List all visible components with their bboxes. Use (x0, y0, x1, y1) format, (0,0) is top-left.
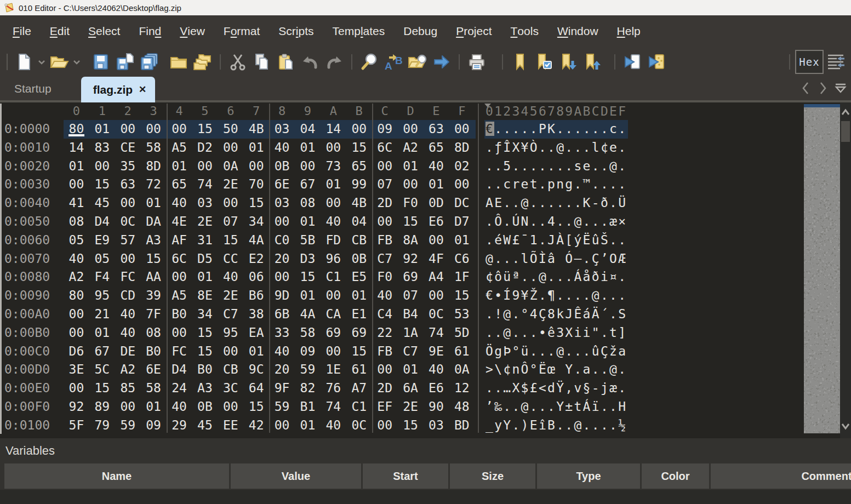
hex-byte[interactable]: 48 (449, 398, 475, 416)
hex-byte[interactable]: CD (115, 287, 141, 305)
hex-byte[interactable]: 58 (141, 139, 167, 157)
hex-byte[interactable]: F0 (398, 194, 424, 213)
scroll-tabs-left-button[interactable] (798, 80, 813, 96)
menu-select[interactable]: Select (79, 15, 129, 47)
hex-byte[interactable]: 5D (449, 324, 475, 342)
variables-table-body[interactable] (0, 490, 851, 504)
ascii-text[interactable]: .!@.°4Ç8kJÊáÄ´.S (484, 305, 628, 324)
hex-byte[interactable]: 40 (423, 157, 449, 176)
hex-byte[interactable]: 4A (295, 305, 321, 324)
hex-byte[interactable]: 00 (89, 157, 115, 176)
ascii-text[interactable]: ¢ôüª..@...Áåði¤. (484, 268, 628, 287)
ascii-text[interactable]: _yY.)EîB..@....½ (484, 416, 628, 435)
ascii-text[interactable]: ..5.......se..@. (484, 157, 628, 176)
hex-byte[interactable]: 00 (167, 268, 192, 287)
hex-byte[interactable]: B6 (243, 287, 269, 305)
hex-byte[interactable]: 15 (243, 194, 269, 213)
hex-byte[interactable]: 01 (141, 398, 167, 416)
hex-byte[interactable]: 00 (321, 342, 346, 361)
hex-byte[interactable]: CB (346, 231, 372, 250)
hex-byte[interactable]: E6 (423, 379, 449, 398)
hex-byte[interactable]: 45 (192, 416, 218, 435)
hex-byte[interactable]: 74 (192, 175, 218, 194)
hex-byte[interactable]: D2 (192, 139, 218, 157)
hex-byte[interactable]: 0B (269, 157, 295, 176)
hex-byte[interactable]: 03 (269, 194, 295, 213)
hex-byte[interactable]: 15 (398, 416, 424, 435)
hex-byte[interactable]: C6 (449, 250, 475, 268)
hex-byte[interactable]: 15 (295, 268, 321, 287)
minimap[interactable] (804, 104, 840, 433)
hex-byte[interactable]: A3 (192, 379, 218, 398)
hex-byte[interactable]: 2E (398, 398, 424, 416)
new-file-dropdown[interactable] (36, 49, 47, 75)
hex-byte[interactable]: 40 (218, 268, 243, 287)
hex-byte[interactable]: 01 (321, 175, 346, 194)
hex-byte[interactable]: C1 (346, 398, 372, 416)
ascii-text[interactable]: >\¢nÔ°Ëœ Y.a..@. (484, 360, 628, 379)
hex-byte[interactable]: 73 (321, 157, 346, 176)
tab-close-icon[interactable]: ✕ (139, 85, 146, 94)
variables-column-size[interactable]: Size (450, 463, 535, 489)
hex-byte[interactable]: B4 (398, 305, 424, 324)
hex-byte[interactable]: 80 (64, 120, 89, 139)
hex-byte[interactable]: 00 (295, 157, 321, 176)
hex-byte[interactable]: 01 (64, 157, 89, 176)
hex-byte[interactable]: B0 (192, 360, 218, 379)
hex-byte[interactable]: 74 (423, 324, 449, 342)
hex-byte[interactable]: 67 (295, 175, 321, 194)
hex-byte[interactable]: 40 (269, 139, 295, 157)
undo-button[interactable] (298, 49, 322, 75)
hex-row[interactable]: 0:00D03E5CA26ED4B0CB9C20591E610001400A>\… (0, 360, 851, 379)
hex-byte[interactable]: 65 (167, 175, 192, 194)
hex-byte[interactable]: D4 (167, 360, 192, 379)
ascii-cursor[interactable]: € (486, 122, 494, 136)
hex-row[interactable]: 0:00200100358D01000A000B00736500014002..… (0, 157, 851, 176)
hex-byte[interactable]: 89 (89, 398, 115, 416)
hex-byte[interactable]: 00 (449, 175, 475, 194)
hex-byte[interactable]: 7F (141, 305, 167, 324)
hex-byte[interactable]: 45 (89, 194, 115, 213)
hex-byte[interactable]: 34 (243, 213, 269, 231)
hex-byte[interactable]: A5 (167, 287, 192, 305)
hex-byte[interactable]: 3E (64, 360, 89, 379)
ascii-text[interactable]: ..cret.png.™.... (484, 175, 628, 194)
hex-byte[interactable]: 65 (423, 139, 449, 157)
hex-byte[interactable]: 69 (346, 324, 372, 342)
hex-byte[interactable]: 00 (167, 324, 192, 342)
print-button[interactable] (465, 49, 489, 75)
ascii-text[interactable]: ..@...•ê3Xii".t] (484, 324, 628, 342)
hex-byte[interactable]: 70 (243, 175, 269, 194)
hex-byte[interactable]: B1 (295, 398, 321, 416)
hex-byte[interactable]: CA (321, 305, 346, 324)
hex-byte[interactable]: 96 (321, 250, 346, 268)
menu-edit[interactable]: Edit (41, 15, 79, 47)
hex-byte[interactable]: EE (218, 416, 243, 435)
hex-row[interactable]: 0:00B000014008001595EA33586969221A745D..… (0, 324, 851, 342)
hex-byte[interactable]: 00 (449, 120, 475, 139)
menu-debug[interactable]: Debug (394, 15, 447, 47)
hex-byte[interactable]: 20 (269, 360, 295, 379)
hex-byte[interactable]: 00 (115, 120, 141, 139)
hex-byte[interactable]: DA (141, 213, 167, 231)
hex-byte[interactable]: 6E (269, 175, 295, 194)
hex-row[interactable]: 0:00908095CD39A58E2EB69D01000140070015€•… (0, 287, 851, 305)
hex-byte[interactable]: A3 (141, 231, 167, 250)
hex-byte[interactable]: 14 (64, 139, 89, 157)
hex-byte[interactable]: DE (115, 342, 141, 361)
hex-byte[interactable]: C7 (372, 250, 398, 268)
hex-byte[interactable]: FD (321, 231, 346, 250)
hex-byte[interactable]: 1A (398, 324, 424, 342)
menu-view[interactable]: View (170, 15, 214, 47)
hex-byte[interactable]: 72 (141, 175, 167, 194)
hex-byte[interactable]: 00 (423, 287, 449, 305)
hex-byte[interactable]: 53 (449, 305, 475, 324)
hex-byte[interactable]: 15 (398, 213, 424, 231)
ascii-text[interactable]: €.....PK......c. (484, 120, 628, 139)
hex-byte[interactable]: 63 (423, 120, 449, 139)
hex-byte[interactable]: 01 (449, 231, 475, 250)
hex-byte[interactable]: 4B (243, 120, 269, 139)
hex-byte[interactable]: 04 (295, 120, 321, 139)
run-script-button[interactable] (620, 49, 644, 75)
menu-scripts[interactable]: Scripts (269, 15, 323, 47)
